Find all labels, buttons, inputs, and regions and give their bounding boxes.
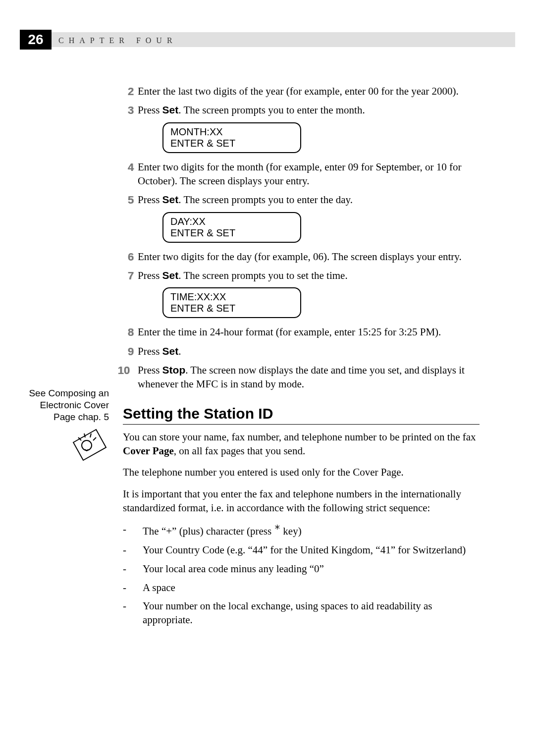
lcd-line1: TIME:XX:XX: [170, 291, 226, 302]
section-rule: [123, 424, 480, 425]
set-key: Set: [162, 270, 179, 281]
main-content: 2 Enter the last two digits of the year …: [123, 84, 480, 632]
step-number: 6: [119, 250, 134, 265]
step-text: . The screen prompts you to set the time…: [178, 270, 347, 281]
step-number: 10: [115, 363, 130, 378]
step-text: Enter the time in 24-hour format (for ex…: [138, 326, 441, 338]
step-9: 9 Press Set.: [123, 344, 480, 358]
sidebar-note: See Composing an Electronic Cover Page c…: [25, 387, 109, 465]
list-item: Your Country Code (e.g. “44” for the Uni…: [123, 543, 480, 557]
stop-key: Stop: [162, 364, 186, 376]
lcd-line1: MONTH:XX: [170, 126, 223, 137]
step-5: 5 Press Set. The screen prompts you to e…: [123, 193, 480, 207]
list-item: Your local area code minus any leading “…: [123, 562, 480, 576]
lcd-display: DAY:XX ENTER & SET: [162, 212, 301, 243]
set-key: Set: [162, 194, 179, 205]
text: , on all fax pages that you send.: [174, 445, 305, 457]
set-key: Set: [162, 345, 179, 357]
step-6: 6 Enter two digits for the day (for exam…: [123, 250, 480, 264]
lcd-display: TIME:XX:XX ENTER & SET: [162, 287, 301, 318]
chapter-label: CHAPTER FOUR: [58, 36, 177, 45]
sidebar-text: See Composing an Electronic Cover Page c…: [25, 387, 109, 423]
cover-page-bold: Cover Page: [123, 445, 174, 457]
body-paragraph: It is important that you enter the fax a…: [123, 487, 480, 515]
text: You can store your name, fax number, and…: [123, 431, 476, 443]
step-2: 2 Enter the last two digits of the year …: [123, 84, 480, 98]
svg-point-1: [82, 440, 92, 450]
page: 26 CHAPTER FOUR See Composing an Electro…: [0, 0, 535, 756]
step-text: .: [178, 345, 181, 357]
set-key: Set: [162, 104, 179, 115]
text: The “+” (plus) character (press: [143, 525, 274, 537]
step-text: . The screen prompts you to enter the mo…: [178, 104, 365, 116]
star-key-icon: *: [274, 523, 280, 535]
section-heading: Setting the Station ID: [123, 405, 480, 422]
body-paragraph: The telephone number you entered is used…: [123, 466, 480, 480]
lcd-display: MONTH:XX ENTER & SET: [162, 122, 301, 153]
step-4: 4 Enter two digits for the month (for ex…: [123, 160, 480, 188]
step-text: Press: [138, 364, 162, 376]
lcd-line2: ENTER & SET: [170, 138, 235, 149]
lcd-line2: ENTER & SET: [170, 227, 235, 238]
step-number: 9: [119, 344, 134, 359]
step-text: Enter two digits for the day (for exampl…: [138, 251, 462, 263]
step-8: 8 Enter the time in 24-hour format (for …: [123, 325, 480, 339]
step-text: . The screen now displays the date and t…: [138, 364, 465, 390]
step-text: . The screen prompts you to enter the da…: [178, 194, 353, 206]
step-7: 7 Press Set. The screen prompts you to s…: [123, 269, 480, 282]
list-item: Your number on the local exchange, using…: [123, 599, 480, 627]
step-text: Enter two digits for the month (for exam…: [138, 161, 461, 187]
step-number: 7: [119, 269, 134, 283]
step-number: 4: [119, 160, 134, 175]
lcd-line2: ENTER & SET: [170, 303, 235, 314]
step-number: 5: [119, 193, 134, 208]
body-paragraph: You can store your name, fax number, and…: [123, 431, 480, 458]
step-10: 10 Press Stop. The screen now displays t…: [123, 363, 480, 391]
list-item: A space: [123, 581, 480, 595]
text: key): [280, 525, 302, 537]
step-number: 3: [119, 103, 134, 118]
step-text: Enter the last two digits of the year (f…: [138, 85, 459, 97]
step-3: 3 Press Set. The screen prompts you to e…: [123, 103, 480, 117]
idea-bulb-icon: [70, 428, 109, 462]
step-text: Press: [138, 270, 162, 281]
step-text: Press: [138, 345, 162, 357]
step-number: 2: [119, 84, 134, 99]
step-list: 2 Enter the last two digits of the year …: [123, 84, 480, 391]
bullet-list: The “+” (plus) character (press * key) Y…: [123, 523, 480, 627]
step-text: Press: [138, 194, 162, 206]
step-text: Press: [138, 104, 162, 116]
step-number: 8: [119, 325, 134, 340]
page-number-box: 26: [20, 30, 52, 50]
lcd-line1: DAY:XX: [170, 216, 206, 227]
page-number: 26: [28, 32, 43, 48]
list-item: The “+” (plus) character (press * key): [123, 523, 480, 539]
